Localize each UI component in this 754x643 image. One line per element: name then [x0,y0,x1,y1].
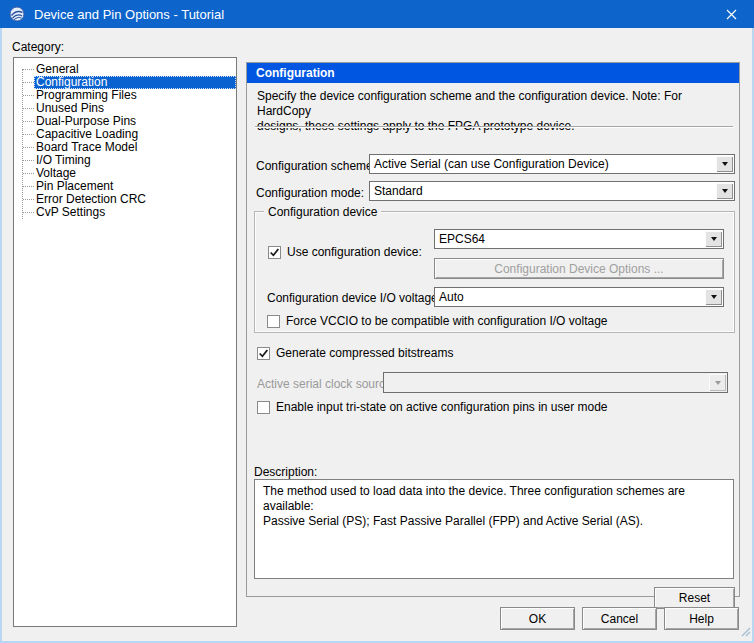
chevron-down-icon[interactable] [705,231,722,247]
tree-branch-icon [23,212,34,213]
description-textbox[interactable]: The method used to load data into the de… [254,479,734,579]
checkbox-icon[interactable] [268,246,281,259]
category-item-io-timing[interactable]: I/O Timing [14,154,236,167]
active-serial-clock-source-label: Active serial clock source: [257,377,395,391]
category-item-voltage[interactable]: Voltage [14,167,236,180]
category-item-pin-placement[interactable]: Pin Placement [14,180,236,193]
window-title: Device and Pin Options - Tutorial [34,7,224,22]
tree-branch-icon [23,95,34,96]
enable-tristate-label: Enable input tri-state on active configu… [276,400,608,414]
category-item-error-detection-crc[interactable]: Error Detection CRC [14,193,236,206]
tree-branch-icon [23,173,34,174]
category-item-unused-pins[interactable]: Unused Pins [14,102,236,115]
checkbox-icon[interactable] [257,401,270,414]
cancel-button[interactable]: Cancel [582,607,657,630]
force-vccio-checkbox[interactable]: Force VCCIO to be compatible with config… [267,314,608,328]
chevron-down-icon[interactable] [705,289,722,305]
category-item-dual-purpose-pins[interactable]: Dual-Purpose Pins [14,115,236,128]
category-tree: General Configuration Programming Files … [14,63,236,219]
reset-button[interactable]: Reset [654,587,735,609]
category-label: Category: [12,40,64,54]
checkbox-icon[interactable] [257,347,270,360]
tree-branch-icon [23,69,34,70]
generate-compressed-bitstreams-checkbox[interactable]: Generate compressed bitstreams [257,346,453,360]
chevron-down-icon[interactable] [716,183,733,199]
configuration-scheme-value: Active Serial (can use Configuration Dev… [370,155,715,173]
category-item-programming-files[interactable]: Programming Files [14,89,236,102]
resize-grip[interactable] [739,625,751,640]
panel-header: Configuration [247,63,739,83]
force-vccio-label: Force VCCIO to be compatible with config… [286,314,608,328]
configuration-device-legend: Configuration device [264,205,381,219]
category-item-configuration[interactable]: Configuration [14,76,236,89]
enable-tristate-checkbox[interactable]: Enable input tri-state on active configu… [257,400,608,414]
close-icon [726,9,737,20]
description-label: Description: [254,465,317,479]
chevron-down-icon [709,374,726,391]
io-voltage-value: Auto [435,288,704,306]
ok-button[interactable]: OK [500,607,575,630]
device-pin-options-dialog: Device and Pin Options - Tutorial Catego… [0,0,754,643]
configuration-mode-label: Configuration mode: [256,186,364,200]
quartus-logo-icon [9,6,25,22]
tree-branch-icon [23,147,34,148]
io-voltage-label: Configuration device I/O voltage: [267,291,441,305]
generate-compressed-bitstreams-label: Generate compressed bitstreams [276,346,453,360]
io-voltage-combobox[interactable]: Auto [434,287,724,307]
tree-branch-icon [23,186,34,187]
category-item-board-trace-model[interactable]: Board Trace Model [14,141,236,154]
configuration-panel: Configuration Specify the device configu… [246,62,740,597]
tree-branch-icon [23,108,34,109]
use-configuration-device-label: Use configuration device: [287,245,422,259]
category-item-cvp-settings[interactable]: CvP Settings [14,206,236,219]
tree-branch-icon [23,199,34,200]
configuration-device-value: EPCS64 [435,230,704,248]
tree-branch-icon [23,160,34,161]
active-serial-clock-source-combobox [383,372,728,393]
configuration-mode-value: Standard [370,182,715,200]
configuration-device-combobox[interactable]: EPCS64 [434,229,724,249]
tree-branch-icon [23,121,34,122]
close-button[interactable] [708,0,754,28]
configuration-scheme-combobox[interactable]: Active Serial (can use Configuration Dev… [369,154,735,174]
tree-branch-icon [23,82,34,83]
separator [255,126,733,128]
use-configuration-device-checkbox[interactable]: Use configuration device: [268,245,422,259]
chevron-down-icon[interactable] [716,156,733,172]
configuration-mode-combobox[interactable]: Standard [369,181,735,201]
help-button[interactable]: Help [664,607,739,630]
category-listbox: General Configuration Programming Files … [13,57,237,627]
configuration-device-groupbox: Configuration device EPCS64 Use configur… [254,211,735,333]
category-item-general[interactable]: General [14,63,236,76]
configuration-device-options-button: Configuration Device Options ... [434,258,724,279]
tree-branch-icon [23,134,34,135]
active-serial-clock-source-value [384,373,708,392]
category-item-capacitive-loading[interactable]: Capacitive Loading [14,128,236,141]
titlebar: Device and Pin Options - Tutorial [0,0,754,28]
panel-body: Specify the device configuration scheme … [247,83,739,596]
checkbox-icon[interactable] [267,315,280,328]
configuration-scheme-label: Configuration scheme: [256,159,376,173]
